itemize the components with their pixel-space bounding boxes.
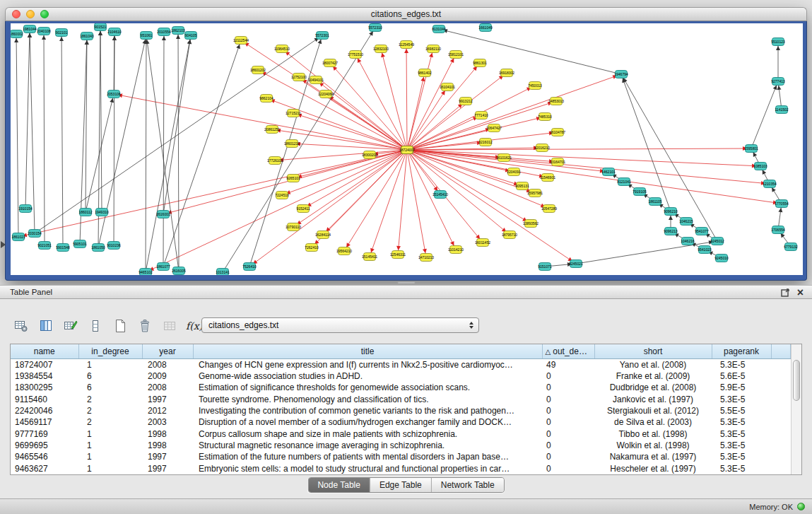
citation-edge-black[interactable] [25, 29, 30, 209]
graph-node[interactable]: 7450013 [528, 82, 542, 90]
graph-node[interactable]: 1462101 [601, 168, 616, 176]
zoom-window-button[interactable] [40, 10, 49, 18]
graph-node[interactable]: 11254549 [399, 41, 414, 49]
graph-node[interactable]: 7485310 [538, 113, 552, 121]
graph-node[interactable]: 14853013 [548, 98, 564, 105]
table-cell[interactable]: Franke et al. (2009) [594, 370, 712, 382]
graph-node[interactable]: 2030154 [28, 230, 42, 238]
table-cell[interactable]: 1997 [142, 463, 193, 474]
table-cell[interactable]: 2 [78, 405, 142, 416]
graph-node[interactable]: 5572310 [368, 24, 382, 32]
graph-node[interactable]: 9245021 [569, 260, 583, 268]
row-mode-icon[interactable] [87, 317, 104, 334]
graph-node[interactable]: 8131044 [432, 25, 446, 33]
graph-node[interactable]: 1861077 [156, 263, 170, 271]
graph-node[interactable]: 9913212 [459, 98, 473, 105]
minimize-window-button[interactable] [26, 10, 35, 18]
citation-edge-red[interactable] [407, 86, 535, 150]
close-panel-icon[interactable]: × [797, 288, 804, 297]
citation-edge-red[interactable] [407, 150, 782, 204]
table-cell[interactable]: 19384554 [11, 370, 78, 382]
graph-node[interactable]: 15812101 [448, 51, 464, 59]
graph-node[interactable]: 1046216 [681, 238, 695, 245]
table-cell[interactable]: 5.5E-5 [712, 405, 771, 416]
table-cell[interactable]: 0 [542, 382, 594, 393]
graph-node[interactable]: 1861105 [648, 198, 661, 206]
table-cell[interactable]: 1997 [142, 451, 193, 462]
citation-edge-red[interactable] [282, 49, 407, 150]
table-cell[interactable]: Tourette syndrome. Phenomenology and cla… [193, 394, 542, 405]
citation-edge-red[interactable] [407, 54, 456, 150]
graph-node[interactable]: 16982110 [425, 45, 441, 53]
show-side-panel-arrow-icon[interactable] [1, 241, 6, 248]
table-cell[interactable]: Estimation of significance thresholds fo… [193, 382, 542, 393]
graph-node[interactable]: 9277413 [771, 78, 785, 86]
column-header-in-degree[interactable]: in_degree [78, 344, 142, 358]
table-cell[interactable]: Tibbo et al. (1998) [594, 428, 712, 440]
graph-node[interactable]: 16104787 [550, 129, 565, 136]
table-cell[interactable]: 5.3E-5 [712, 451, 771, 462]
graph-node[interactable]: 2040108 [37, 28, 51, 35]
table-cell[interactable]: 5.3E-5 [712, 416, 771, 428]
table-cell[interactable]: Estimation of the future numbers of pati… [193, 451, 542, 462]
graph-node[interactable]: 18007427 [322, 59, 338, 67]
show-columns-icon[interactable] [37, 317, 54, 334]
graph-node[interactable]: 1860112 [78, 209, 92, 216]
graph-node[interactable]: 2010554 [157, 28, 171, 36]
column-header-out-degree[interactable]: △out_de… [542, 344, 594, 358]
table-cell[interactable]: Hescheler et al. (1997) [594, 463, 712, 474]
graph-node[interactable]: 11964510 [274, 45, 290, 53]
graph-node[interactable]: 1661049 [478, 24, 493, 32]
graph-node[interactable]: 1861050 [91, 244, 105, 252]
table-cell[interactable]: 0 [542, 370, 594, 382]
table-cell[interactable]: 14569117 [11, 416, 78, 428]
citation-edge-black[interactable] [576, 241, 717, 264]
citation-edge-red[interactable] [344, 150, 407, 251]
citation-edge-red[interactable] [406, 45, 407, 150]
table-cell[interactable]: 0 [542, 440, 594, 451]
table-cell[interactable]: 1 [78, 358, 142, 370]
graph-node[interactable]: 12204064 [318, 90, 334, 98]
graph-node[interactable]: 10647427 [486, 124, 502, 132]
table-cell[interactable]: 2012 [142, 405, 193, 416]
table-cell[interactable]: Genome-wide association studies in ADHD. [193, 370, 542, 382]
graph-node[interactable]: 18601202 [250, 66, 266, 74]
graph-node[interactable]: 18795710 [502, 231, 517, 239]
table-row[interactable]: 1872400712008Changes of HCN gene express… [11, 358, 791, 370]
table-cell[interactable]: Jankovic et al. (1997) [594, 394, 712, 405]
graph-node[interactable]: 19564210 [336, 247, 352, 255]
citation-edge-black[interactable] [163, 40, 241, 267]
graph-node[interactable]: 13164701 [550, 158, 565, 166]
table-cell[interactable]: 2008 [142, 382, 193, 393]
table-cell[interactable]: 1 [78, 440, 142, 451]
graph-node[interactable]: 13893562 [523, 220, 539, 228]
graph-node[interactable]: 16104101 [440, 83, 455, 91]
table-cell[interactable]: Embryonic stem cells: a model to study s… [193, 463, 542, 474]
graph-node[interactable]: 11546901 [540, 174, 555, 182]
citation-edge-black[interactable] [61, 33, 63, 247]
table-cell[interactable]: de Silva et al. (2003) [594, 416, 712, 428]
citation-edge-red[interactable] [293, 150, 407, 227]
graph-node[interactable]: 16101621 [496, 154, 512, 162]
table-scrollbar-thumb[interactable] [793, 360, 800, 401]
table-cell[interactable]: 18724007 [11, 358, 78, 370]
graph-node[interactable]: 17726101 [267, 157, 283, 165]
graph-node[interactable]: 1013141 [216, 269, 230, 276]
graph-node[interactable]: 12752100 [291, 74, 307, 81]
graph-node[interactable]: 7224510 [275, 192, 289, 199]
table-cell[interactable]: 2003 [142, 416, 193, 428]
table-cell[interactable]: 9699695 [11, 440, 78, 451]
citation-edge-black[interactable] [44, 31, 45, 245]
graph-node[interactable]: 15145410 [433, 191, 448, 199]
graph-node[interactable]: 10494101 [308, 76, 324, 84]
table-cell[interactable]: 9115460 [11, 394, 78, 405]
table-cell[interactable]: Stergiakouli et al. (2012) [594, 405, 712, 416]
citation-edge-black[interactable] [751, 81, 778, 148]
graph-node[interactable]: 9096213 [664, 228, 678, 235]
citation-edge-black[interactable] [146, 35, 191, 272]
table-cell[interactable]: 1998 [142, 440, 193, 451]
table-row[interactable]: 1456911722003Disruption of a novel membe… [11, 416, 791, 428]
graph-node[interactable]: 15957981 [527, 189, 543, 197]
tab-network-table[interactable]: Network Table [431, 478, 504, 492]
citation-edge-black[interactable] [30, 29, 35, 233]
